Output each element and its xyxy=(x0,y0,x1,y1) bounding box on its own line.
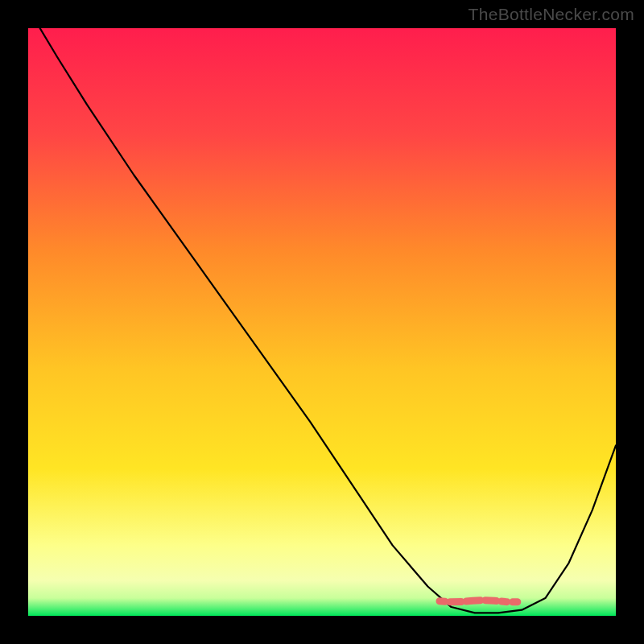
gradient-background xyxy=(28,28,616,616)
chart-container: { "watermark": "TheBottleNecker.com", "c… xyxy=(0,0,644,644)
watermark-text: TheBottleNecker.com xyxy=(469,5,634,24)
highlight-band xyxy=(440,601,528,602)
plot-area xyxy=(28,28,616,616)
plot-svg xyxy=(28,28,616,616)
